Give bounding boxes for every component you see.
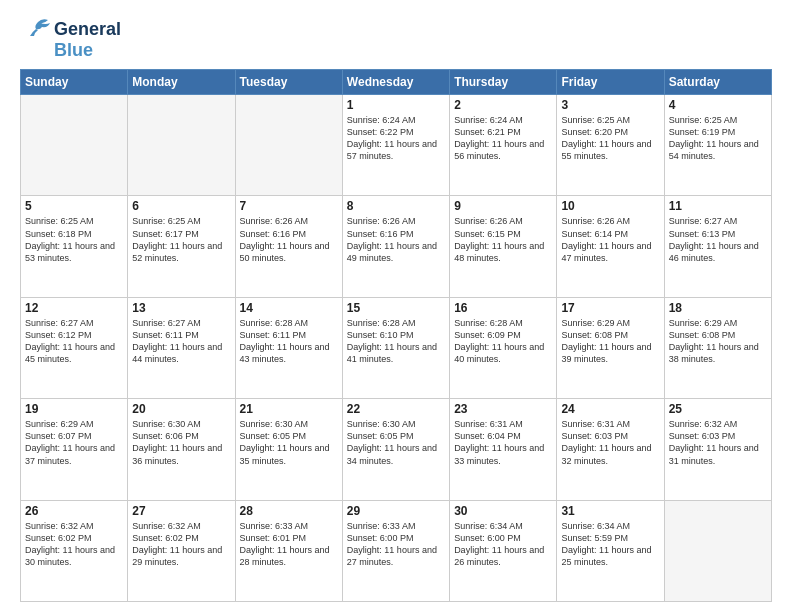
day-info: Sunrise: 6:33 AM Sunset: 6:00 PM Dayligh…	[347, 520, 445, 569]
day-number: 1	[347, 98, 445, 112]
logo: General Blue	[20, 18, 121, 61]
day-number: 23	[454, 402, 552, 416]
calendar-day-6: 6Sunrise: 6:25 AM Sunset: 6:17 PM Daylig…	[128, 196, 235, 297]
logo-bird-icon	[20, 18, 52, 40]
day-number: 16	[454, 301, 552, 315]
day-number: 30	[454, 504, 552, 518]
calendar-empty	[128, 95, 235, 196]
day-info: Sunrise: 6:24 AM Sunset: 6:22 PM Dayligh…	[347, 114, 445, 163]
day-number: 11	[669, 199, 767, 213]
day-info: Sunrise: 6:27 AM Sunset: 6:13 PM Dayligh…	[669, 215, 767, 264]
day-number: 27	[132, 504, 230, 518]
day-number: 5	[25, 199, 123, 213]
day-number: 18	[669, 301, 767, 315]
calendar-day-9: 9Sunrise: 6:26 AM Sunset: 6:15 PM Daylig…	[450, 196, 557, 297]
day-info: Sunrise: 6:29 AM Sunset: 6:08 PM Dayligh…	[669, 317, 767, 366]
day-info: Sunrise: 6:26 AM Sunset: 6:14 PM Dayligh…	[561, 215, 659, 264]
calendar-empty	[235, 95, 342, 196]
day-number: 20	[132, 402, 230, 416]
calendar-day-19: 19Sunrise: 6:29 AM Sunset: 6:07 PM Dayli…	[21, 399, 128, 500]
calendar-empty	[21, 95, 128, 196]
day-number: 14	[240, 301, 338, 315]
day-info: Sunrise: 6:34 AM Sunset: 5:59 PM Dayligh…	[561, 520, 659, 569]
day-info: Sunrise: 6:34 AM Sunset: 6:00 PM Dayligh…	[454, 520, 552, 569]
day-info: Sunrise: 6:25 AM Sunset: 6:19 PM Dayligh…	[669, 114, 767, 163]
day-info: Sunrise: 6:32 AM Sunset: 6:03 PM Dayligh…	[669, 418, 767, 467]
calendar-header-monday: Monday	[128, 70, 235, 95]
calendar-week-3: 12Sunrise: 6:27 AM Sunset: 6:12 PM Dayli…	[21, 297, 772, 398]
day-info: Sunrise: 6:30 AM Sunset: 6:06 PM Dayligh…	[132, 418, 230, 467]
calendar-day-22: 22Sunrise: 6:30 AM Sunset: 6:05 PM Dayli…	[342, 399, 449, 500]
logo-text-general: General	[54, 19, 121, 40]
calendar-day-7: 7Sunrise: 6:26 AM Sunset: 6:16 PM Daylig…	[235, 196, 342, 297]
day-info: Sunrise: 6:26 AM Sunset: 6:15 PM Dayligh…	[454, 215, 552, 264]
calendar-header-tuesday: Tuesday	[235, 70, 342, 95]
calendar-day-31: 31Sunrise: 6:34 AM Sunset: 5:59 PM Dayli…	[557, 500, 664, 601]
day-number: 7	[240, 199, 338, 213]
day-number: 15	[347, 301, 445, 315]
calendar-day-10: 10Sunrise: 6:26 AM Sunset: 6:14 PM Dayli…	[557, 196, 664, 297]
day-number: 10	[561, 199, 659, 213]
day-info: Sunrise: 6:25 AM Sunset: 6:18 PM Dayligh…	[25, 215, 123, 264]
day-number: 26	[25, 504, 123, 518]
day-info: Sunrise: 6:24 AM Sunset: 6:21 PM Dayligh…	[454, 114, 552, 163]
calendar-day-25: 25Sunrise: 6:32 AM Sunset: 6:03 PM Dayli…	[664, 399, 771, 500]
day-info: Sunrise: 6:30 AM Sunset: 6:05 PM Dayligh…	[240, 418, 338, 467]
calendar-day-29: 29Sunrise: 6:33 AM Sunset: 6:00 PM Dayli…	[342, 500, 449, 601]
day-number: 28	[240, 504, 338, 518]
calendar-day-30: 30Sunrise: 6:34 AM Sunset: 6:00 PM Dayli…	[450, 500, 557, 601]
day-info: Sunrise: 6:30 AM Sunset: 6:05 PM Dayligh…	[347, 418, 445, 467]
day-number: 31	[561, 504, 659, 518]
day-info: Sunrise: 6:33 AM Sunset: 6:01 PM Dayligh…	[240, 520, 338, 569]
day-info: Sunrise: 6:32 AM Sunset: 6:02 PM Dayligh…	[25, 520, 123, 569]
page: General Blue SundayMondayTuesdayWednesda…	[0, 0, 792, 612]
calendar-day-15: 15Sunrise: 6:28 AM Sunset: 6:10 PM Dayli…	[342, 297, 449, 398]
calendar-header-friday: Friday	[557, 70, 664, 95]
calendar-day-21: 21Sunrise: 6:30 AM Sunset: 6:05 PM Dayli…	[235, 399, 342, 500]
calendar-day-8: 8Sunrise: 6:26 AM Sunset: 6:16 PM Daylig…	[342, 196, 449, 297]
day-number: 17	[561, 301, 659, 315]
day-info: Sunrise: 6:26 AM Sunset: 6:16 PM Dayligh…	[347, 215, 445, 264]
calendar-day-23: 23Sunrise: 6:31 AM Sunset: 6:04 PM Dayli…	[450, 399, 557, 500]
day-number: 9	[454, 199, 552, 213]
calendar-day-12: 12Sunrise: 6:27 AM Sunset: 6:12 PM Dayli…	[21, 297, 128, 398]
day-info: Sunrise: 6:28 AM Sunset: 6:10 PM Dayligh…	[347, 317, 445, 366]
day-info: Sunrise: 6:27 AM Sunset: 6:12 PM Dayligh…	[25, 317, 123, 366]
calendar-day-14: 14Sunrise: 6:28 AM Sunset: 6:11 PM Dayli…	[235, 297, 342, 398]
day-info: Sunrise: 6:31 AM Sunset: 6:04 PM Dayligh…	[454, 418, 552, 467]
calendar-week-1: 1Sunrise: 6:24 AM Sunset: 6:22 PM Daylig…	[21, 95, 772, 196]
calendar-day-13: 13Sunrise: 6:27 AM Sunset: 6:11 PM Dayli…	[128, 297, 235, 398]
day-info: Sunrise: 6:25 AM Sunset: 6:17 PM Dayligh…	[132, 215, 230, 264]
day-number: 19	[25, 402, 123, 416]
calendar-day-20: 20Sunrise: 6:30 AM Sunset: 6:06 PM Dayli…	[128, 399, 235, 500]
calendar-header-wednesday: Wednesday	[342, 70, 449, 95]
day-info: Sunrise: 6:28 AM Sunset: 6:09 PM Dayligh…	[454, 317, 552, 366]
calendar-header-row: SundayMondayTuesdayWednesdayThursdayFrid…	[21, 70, 772, 95]
calendar-header-sunday: Sunday	[21, 70, 128, 95]
calendar-table: SundayMondayTuesdayWednesdayThursdayFrid…	[20, 69, 772, 602]
calendar-day-2: 2Sunrise: 6:24 AM Sunset: 6:21 PM Daylig…	[450, 95, 557, 196]
calendar-empty	[664, 500, 771, 601]
day-number: 24	[561, 402, 659, 416]
day-info: Sunrise: 6:27 AM Sunset: 6:11 PM Dayligh…	[132, 317, 230, 366]
day-number: 3	[561, 98, 659, 112]
day-number: 13	[132, 301, 230, 315]
day-info: Sunrise: 6:31 AM Sunset: 6:03 PM Dayligh…	[561, 418, 659, 467]
calendar-day-4: 4Sunrise: 6:25 AM Sunset: 6:19 PM Daylig…	[664, 95, 771, 196]
day-number: 8	[347, 199, 445, 213]
header: General Blue	[20, 18, 772, 61]
calendar-week-5: 26Sunrise: 6:32 AM Sunset: 6:02 PM Dayli…	[21, 500, 772, 601]
calendar-week-4: 19Sunrise: 6:29 AM Sunset: 6:07 PM Dayli…	[21, 399, 772, 500]
day-number: 25	[669, 402, 767, 416]
calendar-day-1: 1Sunrise: 6:24 AM Sunset: 6:22 PM Daylig…	[342, 95, 449, 196]
day-number: 12	[25, 301, 123, 315]
calendar-week-2: 5Sunrise: 6:25 AM Sunset: 6:18 PM Daylig…	[21, 196, 772, 297]
calendar-day-26: 26Sunrise: 6:32 AM Sunset: 6:02 PM Dayli…	[21, 500, 128, 601]
day-info: Sunrise: 6:28 AM Sunset: 6:11 PM Dayligh…	[240, 317, 338, 366]
calendar-day-16: 16Sunrise: 6:28 AM Sunset: 6:09 PM Dayli…	[450, 297, 557, 398]
day-number: 4	[669, 98, 767, 112]
calendar-day-11: 11Sunrise: 6:27 AM Sunset: 6:13 PM Dayli…	[664, 196, 771, 297]
day-info: Sunrise: 6:29 AM Sunset: 6:08 PM Dayligh…	[561, 317, 659, 366]
day-info: Sunrise: 6:25 AM Sunset: 6:20 PM Dayligh…	[561, 114, 659, 163]
day-info: Sunrise: 6:26 AM Sunset: 6:16 PM Dayligh…	[240, 215, 338, 264]
